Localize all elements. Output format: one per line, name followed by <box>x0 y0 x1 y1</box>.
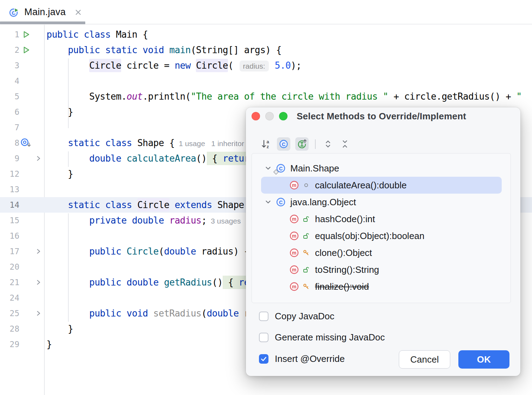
line-number[interactable]: 3 <box>0 61 19 70</box>
fold-collapsed-icon[interactable] <box>33 278 44 286</box>
ok-button[interactable]: OK <box>458 350 509 369</box>
tree-row[interactable]: mfinalize():void <box>261 278 502 295</box>
show-classes-filter-icon[interactable]: C <box>277 137 290 151</box>
line-number[interactable]: 8 <box>0 138 19 148</box>
line-number[interactable]: 20 <box>0 262 19 271</box>
zoom-window-button[interactable] <box>279 112 287 120</box>
code-token: class <box>105 200 132 210</box>
line-number[interactable]: 2 <box>0 45 19 55</box>
line-number[interactable]: 5 <box>0 92 19 101</box>
line-number[interactable]: 24 <box>0 293 19 302</box>
tree-row[interactable]: mequals(obj:Object):boolean <box>261 227 502 244</box>
code-token <box>100 45 105 55</box>
code-token <box>121 153 126 164</box>
code-text: Circle circle = new Circle( radius: 5.0)… <box>44 60 302 71</box>
line-number[interactable]: 4 <box>0 76 19 86</box>
tree-row[interactable]: mcalculateArea():double <box>261 177 502 194</box>
window-controls <box>252 112 287 120</box>
cancel-button[interactable]: Cancel <box>399 350 450 369</box>
code-token: System. <box>47 91 126 102</box>
line-number[interactable]: 12 <box>0 169 19 178</box>
tree-row[interactable]: mhashCode():int <box>261 211 502 227</box>
tree-row[interactable]: mclone():Object <box>261 244 502 261</box>
collapse-all-icon[interactable] <box>339 138 351 150</box>
line-number[interactable]: 21 <box>0 278 19 287</box>
line-number[interactable]: 1 <box>0 30 19 39</box>
line-number[interactable]: 17 <box>0 247 19 256</box>
methods-tree[interactable]: CMain.ShapemcalculateArea():doubleCjava.… <box>252 153 511 303</box>
code-token: double <box>207 308 239 319</box>
line-number[interactable]: 28 <box>0 324 19 333</box>
active-tab-underline <box>0 21 85 24</box>
code-token <box>164 45 169 55</box>
line-number[interactable]: 16 <box>0 231 19 240</box>
implemented-marker-icon[interactable] <box>19 138 33 148</box>
sort-alphabetically-icon[interactable]: a z <box>260 138 272 150</box>
run-icon[interactable] <box>19 45 33 55</box>
code-text: private double radius; 3 usages <box>44 215 241 226</box>
line-number[interactable]: 7 <box>0 123 19 132</box>
code-token: Shape { <box>132 138 174 148</box>
line-number[interactable]: 6 <box>0 107 19 117</box>
code-token: radius: <box>240 61 269 71</box>
tree-class-label: java.lang.Object <box>290 197 356 208</box>
line-number[interactable]: 13 <box>0 185 19 194</box>
code-token: calculateArea <box>126 153 196 164</box>
close-window-button[interactable] <box>252 112 260 120</box>
tree-method-label: equals(obj:Object):boolean <box>315 231 425 242</box>
code-line[interactable]: 4 <box>0 73 532 89</box>
show-interfaces-filter-icon[interactable] <box>295 137 309 151</box>
code-line[interactable]: 2 public static void main(String[] args)… <box>0 42 532 58</box>
tree-row[interactable]: Cjava.lang.Object <box>261 194 502 211</box>
visibility-protected-icon <box>303 283 310 290</box>
tab-close-icon[interactable] <box>74 8 82 17</box>
code-token: void <box>143 45 164 55</box>
code-token <box>121 246 126 257</box>
code-token: 5.0 <box>275 60 291 71</box>
code-token: main <box>169 45 191 55</box>
tab-main-java[interactable]: C Main.java <box>0 0 85 24</box>
checkbox-unchecked[interactable] <box>259 333 268 342</box>
line-number[interactable]: 25 <box>0 309 19 318</box>
code-text: static class Shape { 1 usage 1 inheritor <box>44 138 244 148</box>
fold-collapsed-icon[interactable] <box>33 155 44 162</box>
code-token: class <box>105 138 132 148</box>
chevron-down-icon[interactable] <box>264 164 272 173</box>
code-token: static <box>105 45 137 55</box>
code-token: out <box>126 91 142 102</box>
code-line[interactable]: 5 System.out.println("The area of the ci… <box>0 89 532 104</box>
dialog-title: Select Methods to Override/Implement <box>297 111 466 122</box>
expand-all-icon[interactable] <box>322 138 334 150</box>
code-line[interactable]: 1public class Main { <box>0 27 532 42</box>
svg-text:m: m <box>292 250 296 256</box>
line-number[interactable]: 9 <box>0 154 19 163</box>
code-token <box>164 215 169 226</box>
code-token: Circle <box>137 198 169 212</box>
checkbox-unchecked[interactable] <box>259 312 268 321</box>
tree-row[interactable]: mtoString():String <box>261 261 502 278</box>
code-token: class <box>84 29 111 40</box>
editor-tab-bar: C Main.java <box>0 0 532 24</box>
code-token <box>270 60 275 71</box>
fold-collapsed-icon[interactable] <box>33 309 44 317</box>
ide-window: { "tab": { "title": "Main.java" }, "edit… <box>0 0 532 395</box>
run-icon[interactable] <box>19 30 33 39</box>
code-token: } <box>47 324 73 334</box>
code-line[interactable]: 3 Circle circle = new Circle( radius: 5.… <box>0 58 532 73</box>
java-class-file-icon: C <box>9 7 19 18</box>
code-token: public <box>89 246 121 257</box>
code-token: 3 usages <box>207 217 241 225</box>
fold-collapsed-icon[interactable] <box>33 247 44 255</box>
dialog-titlebar[interactable]: Select Methods to Override/Implement <box>246 107 520 125</box>
svg-text:C: C <box>279 166 283 171</box>
visibility-public-icon <box>303 215 310 222</box>
chevron-down-icon[interactable] <box>264 198 272 206</box>
tree-row[interactable]: CMain.Shape <box>261 160 502 177</box>
checkbox-checked[interactable] <box>259 354 268 364</box>
line-number[interactable]: 15 <box>0 216 19 225</box>
code-token: ( <box>159 246 164 257</box>
line-number[interactable]: 14 <box>0 200 19 209</box>
minimize-window-button[interactable] <box>265 112 274 120</box>
code-token: + circle.getRadius() + <box>388 91 516 102</box>
line-number[interactable]: 29 <box>0 340 19 349</box>
